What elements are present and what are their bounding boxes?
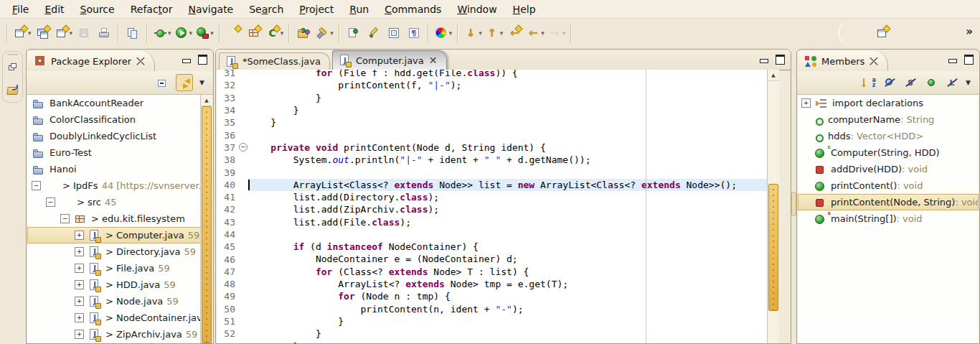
code-line-34[interactable]: 34 } <box>217 104 767 116</box>
code-text[interactable]: list.add(File.class); <box>248 216 767 228</box>
fold-collapse-icon[interactable]: − <box>239 143 248 152</box>
expander-icon[interactable]: + <box>75 297 84 306</box>
maximize-button[interactable] <box>198 55 207 65</box>
tree-item[interactable]: +J> HDD.java59 <box>27 276 212 293</box>
tree-item[interactable]: Hanoi <box>27 161 212 177</box>
member-item-selected[interactable]: printContent(Node, String) : void <box>798 194 979 210</box>
maximize-button[interactable] <box>776 55 785 65</box>
editor-tab-someclassjava[interactable]: J*SomeClass.java <box>219 52 330 70</box>
menu-project[interactable]: Project <box>291 2 341 17</box>
minimize-button[interactable] <box>760 59 768 63</box>
mark-occurrences-button[interactable] <box>364 24 384 42</box>
member-item[interactable]: cComputer(String, HDD) <box>798 144 979 161</box>
copy-pages-button[interactable] <box>123 24 143 42</box>
code-text[interactable]: } <box>248 104 767 116</box>
menu-source[interactable]: Source <box>72 2 123 17</box>
code-line-38[interactable]: 38 System.out.println("|-" + ident + " "… <box>217 154 767 166</box>
open-view-button[interactable] <box>3 80 23 99</box>
code-text[interactable]: for (Node n : tmp) { <box>248 290 767 302</box>
dropdown-arrow-icon[interactable]: ▾ <box>210 29 214 37</box>
expander-icon[interactable]: + <box>801 98 811 108</box>
hide-fields-button[interactable] <box>882 75 897 90</box>
menu-refactor[interactable]: Refactor <box>123 2 181 17</box>
tree-item[interactable]: +J> Directory.java59 <box>27 243 212 260</box>
code-text[interactable]: } <box>248 340 767 343</box>
scroll-up-icon[interactable]: ▲ <box>768 70 779 81</box>
debug-button[interactable]: ▾ <box>151 24 173 42</box>
search-button[interactable]: ▾ <box>314 24 335 42</box>
close-icon[interactable]: ✕ <box>429 55 438 66</box>
menu-commands[interactable]: Commands <box>377 2 449 17</box>
code-text[interactable]: for (Class<? extends Node> T : list) { <box>248 266 767 278</box>
package-explorer-scrollbar[interactable]: ▲ <box>200 95 212 343</box>
member-item[interactable]: smain(String[]) : void <box>798 210 979 227</box>
scrollbar-thumb[interactable] <box>202 106 212 343</box>
tree-item[interactable]: +J> NodeContainer.java59 <box>27 310 212 326</box>
print-button[interactable] <box>94 24 114 42</box>
expander-icon[interactable]: + <box>75 280 84 289</box>
hide-local-types-button[interactable]: L <box>945 75 959 90</box>
code-line-51[interactable]: 51 } <box>217 315 767 327</box>
expander-icon[interactable]: − <box>60 214 70 223</box>
prev-annotation-button[interactable]: ↑▾ <box>484 24 505 42</box>
code-line-50[interactable]: 50 printContent(n, ident + "-"); <box>217 303 767 315</box>
tree-item[interactable]: DoublyLinkedCyclicList <box>27 128 212 144</box>
external-tools-button[interactable]: ▾ <box>194 24 215 42</box>
menu-help[interactable]: Help <box>505 2 544 17</box>
show-source-button[interactable] <box>384 24 404 42</box>
code-text[interactable]: } <box>248 116 767 129</box>
tree-item[interactable]: −> edu.kit.filesystem <box>27 210 212 227</box>
tab-members[interactable]: Members ⤫ <box>798 51 888 71</box>
view-menu-button[interactable]: ▼ <box>966 79 971 86</box>
dropdown-arrow-icon[interactable]: ▾ <box>541 29 545 37</box>
code-line-40[interactable]: 40 ArrayList<Class<? extends Node>> list… <box>217 179 767 191</box>
dropdown-arrow-icon[interactable]: ▾ <box>70 29 73 37</box>
dropdown-arrow-icon[interactable]: ▾ <box>168 29 171 37</box>
code-text[interactable] <box>248 228 767 241</box>
expander-icon[interactable]: − <box>32 181 41 190</box>
member-item[interactable]: printContent() : void <box>798 177 979 194</box>
tree-item[interactable]: ColorClassification <box>27 111 212 128</box>
code-text[interactable]: list.add(ZipArchiv.class); <box>248 203 767 215</box>
open-perspective-button[interactable] <box>872 24 892 42</box>
member-item[interactable]: addDrive(HDD) : void <box>798 161 979 177</box>
run-button[interactable]: ▾ <box>173 24 194 42</box>
code-text[interactable] <box>248 129 767 141</box>
code-text[interactable]: NodeContainer e = (NodeContainer) d; <box>248 253 767 265</box>
code-text[interactable]: if (d instanceof NodeContainer) { <box>248 241 767 253</box>
menu-navigate[interactable]: Navigate <box>180 2 241 17</box>
expander-icon[interactable]: + <box>75 330 84 339</box>
code-line-37[interactable]: 37− private void printContent(Node d, St… <box>217 141 767 154</box>
new-view-button[interactable]: ▾ <box>53 24 75 42</box>
dropdown-arrow-icon[interactable]: ▾ <box>449 29 453 37</box>
code-line-31[interactable]: 31 for (File f : hdd.get(File.class)) { <box>217 70 767 79</box>
menu-window[interactable]: Window <box>449 2 504 17</box>
new-wizard-button[interactable]: ▾ <box>11 24 33 42</box>
code-text[interactable] <box>248 166 767 178</box>
code-text[interactable]: } <box>248 315 767 327</box>
sort-button[interactable]: az <box>862 75 876 90</box>
view-menu-button[interactable]: ▼ <box>199 79 204 86</box>
code-text[interactable]: ArrayList<Class<? extends Node>> list = … <box>248 179 767 191</box>
code-text[interactable]: System.out.println("|-" + ident + " " + … <box>248 154 767 166</box>
code-text[interactable]: ArrayList<? extends Node> tmp = e.get(T)… <box>248 278 767 290</box>
tree-item[interactable]: BankAccountReader <box>27 95 212 111</box>
dropdown-arrow-icon[interactable]: ▾ <box>479 29 482 37</box>
tree-item[interactable]: +J> ZipArchiv.java59 <box>27 326 212 343</box>
new-class-button[interactable]: C▾ <box>264 24 286 42</box>
tree-item[interactable]: Euro-Test <box>27 144 212 161</box>
code-line-32[interactable]: 32 printContent(f, "|-"); <box>217 79 767 91</box>
scroll-up-icon[interactable]: ▲ <box>201 95 212 106</box>
new-java-project-button[interactable] <box>224 24 244 42</box>
code-text[interactable]: printContent(n, ident + "-"); <box>248 303 767 315</box>
code-line-47[interactable]: 47 for (Class<? extends Node> T : list) … <box>217 266 767 278</box>
restore-view-button[interactable] <box>3 58 23 77</box>
expander-icon[interactable]: − <box>46 197 55 207</box>
new-package-button[interactable] <box>244 24 264 42</box>
expander-icon[interactable]: + <box>75 264 84 273</box>
collapse-all-button[interactable] <box>155 75 169 90</box>
view-menu-icon[interactable]: ▼ <box>966 79 971 86</box>
close-icon[interactable]: ⤫ <box>870 55 877 68</box>
editor-scrollbar[interactable]: ▲ <box>767 70 779 343</box>
dropdown-arrow-icon[interactable]: ▾ <box>562 29 566 37</box>
